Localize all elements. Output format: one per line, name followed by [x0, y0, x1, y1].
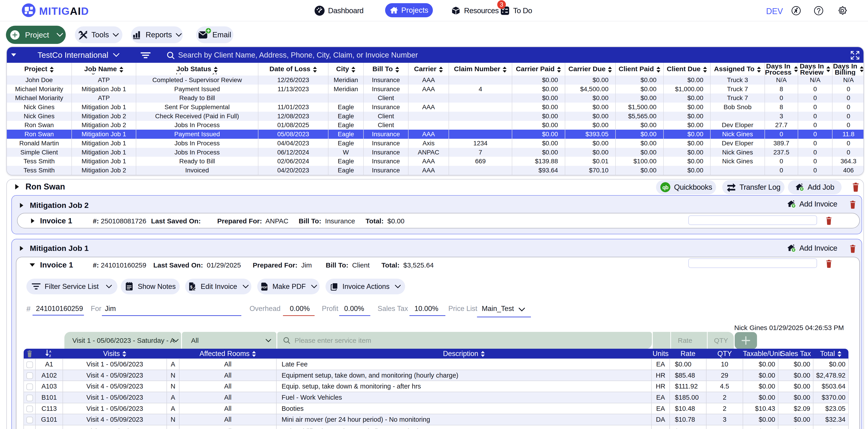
svg-text:Z: Z	[49, 354, 51, 358]
svg-text:A: A	[49, 350, 52, 353]
svg-text:$: $	[190, 285, 192, 289]
svg-text:qb: qb	[662, 184, 669, 190]
svg-text:PDF: PDF	[261, 286, 267, 289]
